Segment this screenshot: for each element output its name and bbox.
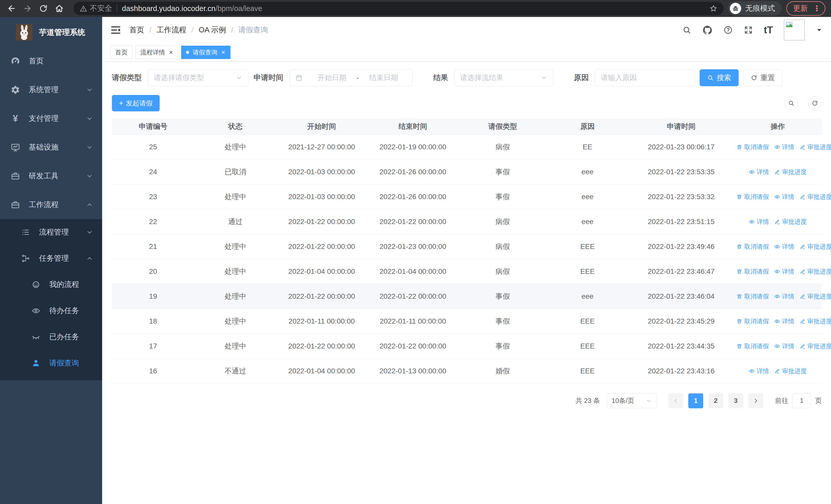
browser-home-icon[interactable] [53, 3, 65, 14]
sidebar-item-infra[interactable]: 基础设施 [0, 133, 102, 162]
browser-forward-icon[interactable] [22, 3, 33, 14]
detail-action-link[interactable]: 详情 [774, 143, 794, 151]
cancel-action-link[interactable]: 取消请假 [736, 242, 769, 251]
bookmark-star-icon[interactable] [709, 4, 718, 12]
cell-type: 婚假 [459, 358, 546, 383]
progress-action-link[interactable]: 审批进度 [774, 217, 807, 226]
reason-input[interactable] [601, 73, 689, 82]
tab-home[interactable]: 首页 [110, 46, 133, 59]
url-host[interactable]: dashboard.yudao.iocoder.cn [122, 4, 215, 13]
sidebar-item-devtools[interactable]: 研发工具 [0, 162, 102, 190]
table-header-row: 申请编号 状态 开始时间 结束时间 请假类型 原因 申请时间 操作 [112, 119, 822, 135]
progress-action-link[interactable]: 审批进度 [799, 292, 831, 300]
breadcrumb-item[interactable]: 工作流程 [156, 25, 186, 35]
browser-menu-icon[interactable]: ⋮ [813, 5, 821, 12]
help-icon[interactable] [723, 25, 733, 35]
leave-type-select[interactable]: 请选择请假类型 [148, 69, 249, 86]
page-button-1[interactable]: 1 [688, 393, 703, 408]
apply-time-range-picker[interactable]: 开始日期 - 结束日期 [289, 69, 413, 86]
table-row[interactable]: 22通过2022-01-22 00:00:002022-01-22 00:00:… [112, 209, 822, 234]
goto-page-input[interactable] [793, 393, 811, 408]
progress-action-link[interactable]: 审批进度 [799, 143, 831, 151]
table-row[interactable]: 25处理中2021-12-27 00:00:002022-01-19 00:00… [112, 135, 822, 159]
sidebar-item-task-mgmt[interactable]: 任务管理 [0, 245, 102, 271]
detail-action-link[interactable]: 详情 [774, 342, 794, 350]
close-icon[interactable] [221, 50, 226, 55]
sidebar-item-done-tasks[interactable]: 已办任务 [0, 324, 102, 350]
search-button[interactable]: 搜索 [699, 69, 739, 86]
browser-update-button[interactable]: 更新 ⋮ [786, 1, 825, 16]
page-size-select[interactable]: 10条/页 [607, 393, 657, 408]
cancel-action-link[interactable]: 取消请假 [736, 342, 769, 350]
not-secure-label[interactable]: 不安全 [90, 3, 112, 13]
progress-action-link[interactable]: 审批进度 [799, 242, 831, 251]
progress-action-link[interactable]: 审批进度 [774, 367, 807, 375]
table-row[interactable]: 20处理中2022-01-04 00:00:002022-01-04 00:00… [112, 259, 822, 284]
text-size-icon[interactable]: tT [764, 25, 773, 36]
github-icon[interactable] [702, 25, 712, 35]
avatar[interactable] [784, 20, 805, 40]
table-row[interactable]: 17处理中2022-01-22 00:00:002022-01-22 00:00… [112, 334, 822, 358]
table-row[interactable]: 16不通过2022-01-04 00:00:002022-01-13 00:00… [112, 358, 822, 383]
create-leave-button[interactable]: + 发起请假 [112, 95, 160, 111]
refresh-table-button[interactable] [808, 96, 822, 110]
sidebar-item-home[interactable]: 首页 [0, 47, 102, 76]
chevron-down-icon [540, 74, 547, 81]
date-end-placeholder[interactable]: 结束日期 [361, 73, 407, 83]
table-row[interactable]: 24已取消2022-01-03 00:00:002022-01-26 00:00… [112, 159, 822, 184]
detail-action-link[interactable]: 详情 [774, 292, 794, 300]
cell-start: 2022-01-22 00:00:00 [277, 284, 367, 309]
detail-action-link[interactable]: 详情 [749, 367, 769, 375]
sidebar-logo[interactable]: 芋道管理系统 [0, 17, 102, 47]
browser-back-icon[interactable] [6, 3, 18, 14]
page-button-2[interactable]: 2 [708, 393, 723, 408]
progress-action-link[interactable]: 审批进度 [799, 193, 831, 201]
sidebar-item-system[interactable]: 系统管理 [0, 76, 102, 104]
cell-id: 22 [112, 209, 194, 234]
detail-action-link[interactable]: 详情 [774, 242, 794, 251]
prev-page-button[interactable] [668, 393, 683, 408]
close-icon[interactable] [169, 50, 173, 55]
table-row[interactable]: 18处理中2022-01-11 00:00:002022-01-11 00:00… [112, 309, 822, 334]
tab-leave-query[interactable]: 请假查询 [181, 46, 230, 59]
sidebar-item-todo-tasks[interactable]: 待办任务 [0, 298, 102, 324]
table-row[interactable]: 21处理中2022-01-22 00:00:002022-01-23 00:00… [112, 234, 822, 259]
sidebar-item-my-process[interactable]: 我的流程 [0, 271, 102, 298]
cancel-action-link[interactable]: 取消请假 [736, 317, 769, 325]
page-button-3[interactable]: 3 [728, 393, 743, 408]
result-select[interactable]: 请选择流结果 [454, 69, 553, 86]
table-row[interactable]: 19处理中2022-01-22 00:00:002022-01-22 00:00… [112, 284, 822, 309]
sidebar-item-leave-query[interactable]: 请假查询 [0, 350, 102, 376]
breadcrumb-item[interactable]: OA 示例 [199, 25, 226, 35]
reset-button[interactable]: 重置 [743, 69, 782, 86]
next-page-button[interactable] [748, 393, 763, 408]
cancel-action-link[interactable]: 取消请假 [736, 267, 769, 276]
sidebar-item-workflow[interactable]: 工作流程 [0, 190, 102, 219]
cell-type: 事假 [459, 184, 546, 209]
progress-action-link[interactable]: 审批进度 [799, 267, 831, 276]
caret-down-icon[interactable] [815, 26, 823, 34]
cancel-action-link[interactable]: 取消请假 [736, 292, 769, 300]
toggle-search-button[interactable] [784, 96, 798, 110]
detail-action-link[interactable]: 详情 [749, 168, 769, 176]
progress-action-link[interactable]: 审批进度 [799, 342, 831, 350]
cancel-action-link[interactable]: 取消请假 [736, 193, 769, 201]
detail-action-link[interactable]: 详情 [749, 217, 769, 226]
progress-action-link[interactable]: 审批进度 [774, 168, 807, 176]
table-row[interactable]: 23处理中2022-01-03 00:00:002022-01-26 00:00… [112, 184, 822, 209]
detail-action-link[interactable]: 详情 [774, 267, 794, 276]
breadcrumb-item[interactable]: 首页 [130, 25, 144, 35]
date-start-placeholder[interactable]: 开始日期 [309, 73, 355, 83]
progress-action-link[interactable]: 审批进度 [799, 317, 831, 325]
search-icon[interactable] [682, 25, 691, 35]
url-bar[interactable]: 不安全 dashboard.yudao.iocoder.cn/bpm/oa/le… [74, 2, 724, 15]
fullscreen-icon[interactable] [744, 25, 753, 35]
tab-process-detail[interactable]: 流程详情 [136, 46, 178, 59]
sidebar-fold-icon[interactable] [110, 25, 121, 35]
sidebar-item-payment[interactable]: ¥ 支付管理 [0, 104, 102, 133]
sidebar-item-process-mgmt[interactable]: 流程管理 [0, 219, 102, 245]
cancel-action-link[interactable]: 取消请假 [736, 143, 769, 151]
browser-reload-icon[interactable] [37, 3, 49, 14]
detail-action-link[interactable]: 详情 [774, 193, 794, 201]
detail-action-link[interactable]: 详情 [774, 317, 794, 325]
